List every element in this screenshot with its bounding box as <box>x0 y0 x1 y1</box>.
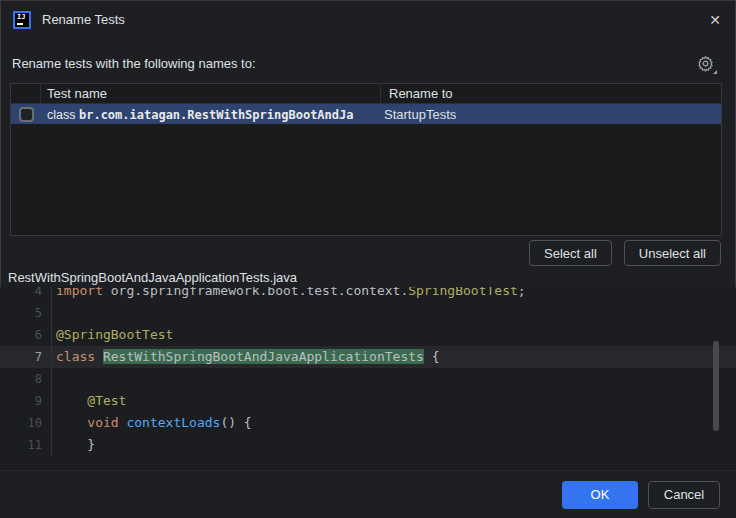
gutter-separator <box>42 287 52 302</box>
test-name-cell: class br.com.iatagan.RestWithSpringBootA… <box>41 107 381 122</box>
editor-vertical-scrollbar[interactable] <box>713 341 719 431</box>
line-number: 7 <box>0 346 42 368</box>
code-line-5: 5 <box>0 302 736 324</box>
select-all-button[interactable]: Select all <box>529 240 612 266</box>
cancel-button[interactable]: Cancel <box>648 481 720 509</box>
code-line-11: 11 } <box>0 434 736 456</box>
code-text: class RestWithSpringBootAndJavaApplicati… <box>56 346 736 368</box>
code-line-9: 9 @Test <box>0 390 736 412</box>
settings-gear-icon[interactable] <box>694 52 716 74</box>
ok-button[interactable]: OK <box>562 481 638 509</box>
code-line-7: 7class RestWithSpringBootAndJavaApplicat… <box>0 346 736 368</box>
checkbox-column-header[interactable] <box>11 84 41 103</box>
dialog-titlebar: IJ Rename Tests ✕ <box>0 0 736 40</box>
rename-target-highlight: RestWithSpringBootAndJavaApplicationTest… <box>103 349 424 364</box>
close-icon[interactable]: ✕ <box>704 9 726 31</box>
rename-to-cell[interactable]: StartupTests <box>381 107 721 122</box>
unselect-all-button[interactable]: Unselect all <box>624 240 721 266</box>
table-row[interactable]: class br.com.iatagan.RestWithSpringBootA… <box>11 104 721 124</box>
code-text: @Test <box>56 390 736 412</box>
gutter-separator <box>42 324 52 346</box>
code-line-4: 4import org.springframework.boot.test.co… <box>0 287 736 302</box>
gutter-separator <box>42 434 52 456</box>
row-checkbox[interactable] <box>19 107 34 122</box>
selection-actions: Select all Unselect all <box>529 240 721 266</box>
code-line-6: 6@SpringBootTest <box>0 324 736 346</box>
code-text: } <box>56 434 736 456</box>
code-text <box>56 302 736 324</box>
gear-dropdown-arrow-icon <box>713 70 717 74</box>
code-line-10: 10 void contextLoads() { <box>0 412 736 434</box>
code-editor[interactable]: 4import org.springframework.boot.test.co… <box>0 287 736 470</box>
intellij-idea-icon: IJ <box>13 11 31 29</box>
gutter-separator <box>42 412 52 434</box>
table-header: Test name Rename to <box>11 84 721 104</box>
gutter-separator <box>42 302 52 324</box>
line-number: 6 <box>0 324 42 346</box>
line-number: 10 <box>0 412 42 434</box>
code-text: void contextLoads() { <box>56 412 736 434</box>
line-number: 5 <box>0 302 42 324</box>
code-lines: 4import org.springframework.boot.test.co… <box>0 287 736 456</box>
code-text <box>56 368 736 390</box>
gutter-separator <box>42 390 52 412</box>
table-body: class br.com.iatagan.RestWithSpringBootA… <box>11 104 721 124</box>
code-text: import org.springframework.boot.test.con… <box>56 287 736 302</box>
preview-filename: RestWithSpringBootAndJavaApplicationTest… <box>8 270 297 285</box>
dialog-footer: OK Cancel <box>0 470 736 518</box>
line-number: 9 <box>0 390 42 412</box>
test-name-column-header[interactable]: Test name <box>41 84 381 103</box>
rename-to-column-header[interactable]: Rename to <box>381 84 721 103</box>
line-number: 8 <box>0 368 42 390</box>
gutter-separator <box>42 346 52 368</box>
row-checkbox-cell <box>11 107 41 122</box>
rename-table: Test name Rename to class br.com.iatagan… <box>10 83 722 236</box>
line-number: 4 <box>0 287 42 302</box>
code-text: @SpringBootTest <box>56 324 736 346</box>
code-line-8: 8 <box>0 368 736 390</box>
line-number: 11 <box>0 434 42 456</box>
dialog-title: Rename Tests <box>42 12 125 27</box>
prompt-label: Rename tests with the following names to… <box>12 56 256 71</box>
gutter-separator <box>42 368 52 390</box>
rename-tests-dialog: IJ Rename Tests ✕ Rename tests with the … <box>0 0 736 518</box>
